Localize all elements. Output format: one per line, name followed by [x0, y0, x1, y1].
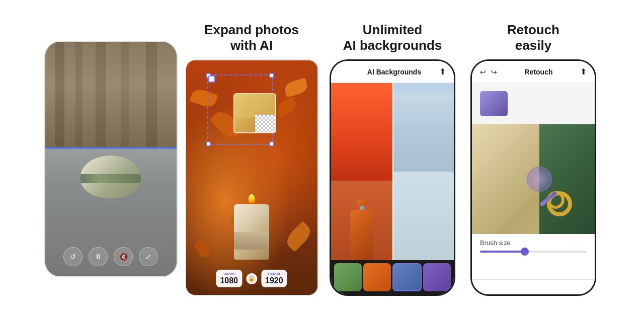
- pause-button[interactable]: ⏸: [89, 247, 108, 266]
- main-photo-area: [472, 124, 595, 234]
- share-icon-4[interactable]: ⬆: [580, 67, 587, 76]
- candle-body: [234, 204, 269, 260]
- panel-3-title: UnlimitedAI backgrounds: [343, 22, 442, 53]
- corner-tl: [206, 73, 211, 78]
- bg-thumb-1[interactable]: [334, 263, 362, 291]
- phone-header-4: ↩ ↪ Retouch ⬆: [472, 61, 595, 83]
- brush-size-label: Brush size: [480, 239, 587, 247]
- bg-thumb-4[interactable]: [423, 263, 451, 291]
- redo-button[interactable]: ↪: [491, 68, 497, 76]
- height-value: 1920: [265, 276, 283, 285]
- reset-button[interactable]: ↺: [63, 247, 83, 266]
- brush-bottom: Brush size: [472, 234, 595, 279]
- retouch-thumbnail: [480, 91, 508, 116]
- width-value: 1080: [220, 276, 238, 285]
- panel-ai-backgrounds: UnlimitedAI backgrounds AI Backgrounds ⬆: [325, 22, 460, 296]
- video-controls-bar: ↺ ⏸ 🔇 ⤢: [45, 247, 177, 266]
- phone-title-4: Retouch: [525, 68, 553, 76]
- header-undo-redo: ↩ ↪: [480, 68, 497, 76]
- main-container: ↺ ⏸ 🔇 ⤢ Expand photos with AI: [0, 0, 644, 318]
- width-input-container[interactable]: Width 1080: [216, 270, 242, 287]
- corner-br: [269, 141, 274, 146]
- lock-icon[interactable]: 🔒: [246, 273, 257, 284]
- selection-box[interactable]: [207, 74, 273, 145]
- mute-button[interactable]: 🔇: [114, 247, 133, 266]
- phone-frame-4: ↩ ↪ Retouch ⬆: [470, 59, 596, 296]
- expand-button[interactable]: ⤢: [139, 247, 158, 266]
- sunset-half: [331, 83, 392, 260]
- undo-button[interactable]: ↩: [480, 68, 486, 76]
- bg-thumb-2[interactable]: [363, 263, 391, 291]
- split-image: [331, 83, 454, 260]
- panel-4-title: Retoucheasily: [507, 22, 559, 53]
- dimension-bar: Width 1080 🔒 Height 1920: [216, 270, 287, 287]
- bowl-shape: [80, 155, 141, 211]
- brush-size-slider[interactable]: [480, 251, 587, 253]
- panel-expand-photos: Expand photos with AI: [184, 22, 319, 296]
- brush-slider-thumb[interactable]: [521, 248, 529, 256]
- phone-bottom-bar: [472, 279, 595, 294]
- share-icon-3[interactable]: ⬆: [439, 67, 446, 76]
- blue-line: [45, 147, 177, 149]
- phone-title-3: AI Backgrounds: [367, 68, 421, 76]
- brush-tool: [527, 167, 552, 192]
- panel-retouch: Retoucheasily ↩ ↪ Retouch ⬆: [465, 22, 601, 296]
- corner-tr: [269, 73, 274, 78]
- candle: [234, 194, 269, 260]
- bowl-photo: ↺ ⏸ 🔇 ⤢: [45, 42, 177, 276]
- retouch-photo: [472, 124, 595, 234]
- expand-frame: Width 1080 🔒 Height 1920: [185, 59, 318, 296]
- height-input-container[interactable]: Height 1920: [261, 270, 287, 287]
- width-label: Width: [220, 272, 238, 276]
- thumbnails-strip: [331, 260, 454, 294]
- bg-thumb-3[interactable]: [392, 263, 422, 291]
- retouch-content: Brush size: [472, 83, 595, 294]
- height-label: Height: [265, 272, 283, 276]
- snowy-mountain-half: [392, 83, 454, 260]
- corner-bl: [206, 141, 211, 146]
- phone-frame-3: AI Backgrounds ⬆: [330, 59, 455, 296]
- thumbnail-preview-box: [233, 93, 276, 133]
- panel-video-editor: ↺ ⏸ 🔇 ⤢: [43, 41, 179, 277]
- panel-2-title: Expand photos with AI: [194, 22, 309, 53]
- phone-frame-video: ↺ ⏸ 🔇 ⤢: [44, 41, 178, 277]
- candle-flame: [249, 194, 255, 203]
- phone-header-3: AI Backgrounds ⬆: [331, 61, 454, 83]
- ai-bg-content: [331, 83, 454, 294]
